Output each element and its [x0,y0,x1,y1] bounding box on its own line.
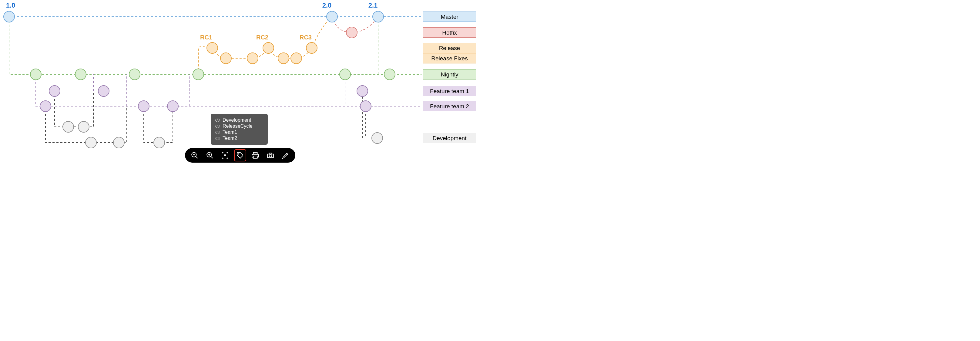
rc-tag: RC3 [299,34,312,41]
gitflow-diagram: 1.02.02.1RC1RC2RC3 [0,0,490,170]
diagram-stage: 1.02.02.1RC1RC2RC3 Master Hotfix Release… [0,0,490,170]
svg-point-0 [217,120,218,121]
commit-node[interactable] [326,11,337,22]
commit-node[interactable] [138,101,149,112]
branch-edge [268,48,312,58]
commit-node[interactable] [357,86,368,96]
commit-node[interactable] [49,86,60,96]
commit-node[interactable] [78,121,89,132]
zoom-out-button[interactable] [189,150,200,161]
tags-button[interactable] [235,150,246,161]
version-tag: 1.0 [6,2,16,9]
camera-button[interactable] [265,150,276,161]
lane-box-feature2: Feature team 2 [423,101,476,112]
lane-box-nightly: Nightly [423,69,476,80]
pencil-icon [282,151,290,159]
branch-edge [362,91,422,138]
edit-button[interactable] [280,150,291,161]
eye-icon [215,136,220,141]
commit-node[interactable] [193,69,204,80]
fit-view-button[interactable] [220,150,231,161]
commit-node[interactable] [167,101,178,112]
commit-node[interactable] [384,69,395,80]
layers-popup: Development ReleaseCycle Team1 Team2 [211,114,268,145]
commit-node[interactable] [340,69,350,80]
fit-view-icon [221,151,229,159]
zoom-out-icon [191,151,199,159]
lane-box-release-fixes: Release Fixes [423,53,476,64]
lane-label: Hotfix [442,29,457,36]
print-button[interactable] [250,150,261,161]
lane-label: Feature team 2 [430,103,469,110]
commit-node[interactable] [306,43,317,53]
lane-box-feature1: Feature team 1 [423,86,476,96]
camera-icon [267,151,274,159]
lane-box-release: Release [423,43,476,53]
svg-point-3 [217,138,218,139]
eye-icon [215,124,220,129]
tag-icon [236,151,244,159]
version-tag: 2.1 [368,2,378,9]
commit-node[interactable] [40,101,51,112]
print-icon [251,151,259,159]
commit-node[interactable] [263,43,274,53]
layer-toggle[interactable]: Team2 [215,135,264,141]
commit-node[interactable] [30,69,41,80]
toolbar [185,148,295,163]
svg-point-11 [224,155,226,156]
eye-icon [215,118,220,123]
commit-node[interactable] [247,53,258,64]
commit-node[interactable] [373,11,383,22]
commit-node[interactable] [129,69,140,80]
svg-rect-14 [253,156,258,158]
lane-label: Nightly [441,71,458,78]
commit-node[interactable] [207,43,218,53]
layer-name: ReleaseCycle [223,123,253,129]
svg-rect-13 [253,152,258,154]
layer-name: Team1 [223,129,237,135]
commit-node[interactable] [360,101,371,112]
svg-point-1 [217,126,218,127]
commit-node[interactable] [372,132,383,143]
lane-label: Feature team 1 [430,88,469,94]
layer-name: Development [223,117,251,123]
commit-node[interactable] [75,69,86,80]
rc-tag: RC2 [256,34,268,41]
branch-edge [54,91,93,127]
lane-label: Master [441,14,458,20]
lane-label: Release [439,45,460,51]
svg-point-12 [238,153,239,154]
version-tag: 2.0 [322,2,332,9]
zoom-in-button[interactable] [204,150,215,161]
rc-tag: RC1 [200,34,212,41]
lane-box-development: Development [423,133,476,143]
commit-node[interactable] [220,53,231,64]
layer-toggle[interactable]: Development [215,117,264,123]
lane-box-master: Master [423,11,476,22]
layer-toggle[interactable]: Team1 [215,129,264,135]
commit-node[interactable] [63,121,74,132]
layer-name: Team2 [223,135,237,141]
svg-point-15 [269,155,272,157]
commit-node[interactable] [4,11,14,22]
svg-point-2 [217,132,218,133]
layer-toggle[interactable]: ReleaseCycle [215,123,264,129]
commit-node[interactable] [86,137,96,148]
lane-box-hotfix: Hotfix [423,27,476,38]
lane-label: Development [433,135,467,141]
lane-label: Release Fixes [431,55,468,62]
commit-node[interactable] [346,27,357,38]
commit-node[interactable] [291,53,302,64]
commit-node[interactable] [113,137,124,148]
commit-node[interactable] [278,53,289,64]
commit-node[interactable] [98,86,109,96]
svg-line-8 [211,156,213,158]
svg-line-5 [196,156,198,158]
commit-node[interactable] [154,137,165,148]
zoom-in-icon [206,151,214,159]
eye-icon [215,130,220,135]
